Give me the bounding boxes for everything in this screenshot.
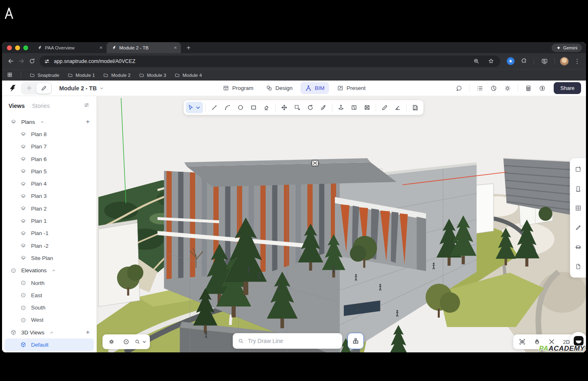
add-plan-button[interactable]: + [86, 118, 90, 126]
section-elevations[interactable]: Elevations [2, 264, 96, 277]
chevron-up-icon[interactable] [49, 330, 54, 335]
reload-button[interactable] [27, 56, 36, 67]
layers-icon [20, 143, 27, 150]
split-tool-button[interactable] [348, 102, 360, 113]
command-search[interactable] [233, 333, 342, 349]
tab-close-icon[interactable]: × [174, 45, 177, 51]
site-settings-icon[interactable] [44, 58, 50, 65]
angle-tool-button[interactable] [392, 102, 404, 113]
chevron-up-icon[interactable] [40, 119, 45, 125]
view-item-siteplan[interactable]: Site Plan [2, 252, 96, 264]
view-item-plan4[interactable]: Plan 4 [2, 177, 96, 190]
view-item-default[interactable]: Default [4, 338, 94, 351]
bookmark-module4[interactable]: Module 4 [174, 72, 202, 78]
tab-design[interactable]: Design [261, 82, 297, 94]
views-filter-icon[interactable] [83, 102, 90, 110]
command-search-input[interactable] [248, 338, 337, 344]
view-item-plan6[interactable]: Plan 6 [2, 153, 96, 165]
screenshot-button[interactable] [516, 336, 529, 347]
profile-avatar[interactable] [560, 57, 569, 66]
doors-button[interactable] [573, 184, 584, 194]
browser-tab-module2[interactable]: Module 2 - TB × [107, 42, 181, 53]
bookmark-module2[interactable]: Module 2 [103, 72, 130, 78]
browser-menu-icon[interactable]: ⋮ [572, 58, 582, 65]
daylight-button[interactable] [502, 83, 513, 94]
tab-present[interactable]: Present [332, 82, 370, 94]
zoom-page-icon[interactable] [471, 56, 481, 67]
view-item-plan-neg1[interactable]: Plan -1 [2, 227, 96, 240]
subtract-tool-button[interactable] [361, 102, 373, 113]
scene-settings-button[interactable] [105, 336, 118, 347]
sidebar-tab-views[interactable]: Views [9, 103, 24, 109]
sidebar-tab-stories[interactable]: Stories [32, 103, 50, 109]
chevron-up-icon[interactable] [51, 268, 56, 273]
view-item-east[interactable]: East [2, 289, 96, 301]
arc-tool-button[interactable] [221, 102, 234, 113]
tab-close-icon[interactable]: × [99, 45, 102, 51]
quantities-button[interactable] [523, 83, 534, 94]
ai-sparkle-button[interactable] [22, 83, 36, 94]
array-tool-button[interactable] [317, 102, 330, 113]
file-name-menu[interactable]: Module 2 - TB [59, 85, 105, 92]
section-plans[interactable]: Plans + [2, 116, 96, 128]
move-tool-button[interactable] [278, 102, 290, 113]
view-item-plan7[interactable]: Plan 7 [2, 141, 96, 153]
tab-bim[interactable]: BIM [301, 82, 329, 94]
sheets-button[interactable] [573, 261, 584, 272]
copy-tool-button[interactable] [291, 102, 303, 113]
windows-button[interactable] [573, 203, 584, 213]
bookmark-snaptrude[interactable]: Snaptrude [29, 72, 59, 78]
minimize-window-button[interactable] [15, 45, 20, 50]
bookmark-module3[interactable]: Module 3 [139, 72, 166, 78]
screen-share-search-icon[interactable] [539, 56, 550, 67]
view-item-plan3[interactable]: Plan 3 [2, 190, 96, 202]
active-extension-icon[interactable] [507, 57, 514, 65]
storey-tool-button[interactable] [409, 102, 421, 113]
forward-button[interactable] [17, 56, 26, 67]
bookmark-star-icon[interactable] [486, 56, 496, 67]
view-item-south[interactable]: South [2, 301, 96, 314]
browser-tab-paa-overview[interactable]: PAA Overview × [32, 42, 107, 53]
cost-button[interactable] [537, 83, 548, 94]
staircase-button[interactable] [573, 222, 584, 233]
materials-button[interactable] [573, 164, 584, 175]
eraser-tool-button[interactable] [261, 102, 273, 113]
zoom-tools-button[interactable] [134, 336, 147, 347]
tab-program[interactable]: Program [218, 82, 258, 94]
view-item-plan-neg2[interactable]: Plan -2 [2, 240, 96, 252]
gemini-button[interactable]: Gemini [552, 44, 582, 52]
rotate-tool-button[interactable] [304, 102, 316, 113]
select-tool-button[interactable] [186, 102, 203, 113]
section-3d-views[interactable]: 3D Views + [2, 326, 96, 338]
address-bar[interactable]: app.snaptrude.com/model/A0VCEZ [40, 56, 500, 67]
history-button[interactable] [488, 83, 499, 94]
view-item-plan5[interactable]: Plan 5 [2, 165, 96, 177]
close-window-button[interactable] [7, 45, 12, 50]
3d-viewport-scene[interactable] [97, 96, 586, 352]
draw-mode-button[interactable] [36, 83, 51, 94]
view-item-north[interactable]: North [2, 277, 96, 289]
rectangle-tool-button[interactable] [247, 102, 260, 113]
view-item-west[interactable]: West [2, 314, 96, 326]
view-item-plan2[interactable]: Plan 2 [2, 202, 96, 215]
view-item-plan1[interactable]: Plan 1 [2, 215, 96, 227]
furniture-button[interactable] [573, 242, 584, 252]
push-pull-tool-button[interactable] [335, 102, 347, 113]
back-button[interactable] [6, 56, 15, 67]
3d-viewport[interactable]: 2D [97, 96, 586, 352]
comments-button[interactable] [453, 83, 465, 94]
maximize-window-button[interactable] [23, 45, 28, 50]
measure-tool-button[interactable] [379, 102, 391, 113]
view-item-plan8[interactable]: Plan 8 [2, 128, 96, 140]
outliner-button[interactable] [474, 83, 486, 94]
extensions-puzzle-icon[interactable] [518, 56, 529, 67]
bookmark-module1[interactable]: Module 1 [67, 72, 95, 78]
walkthrough-button[interactable] [347, 333, 364, 349]
add-3d-view-button[interactable]: + [86, 328, 90, 336]
circle-tool-button[interactable] [234, 102, 247, 113]
visibility-button[interactable] [120, 336, 133, 347]
new-tab-button[interactable]: + [181, 44, 196, 52]
share-button[interactable]: Share [554, 82, 581, 94]
line-tool-button[interactable] [208, 102, 220, 113]
apps-grid-icon[interactable] [7, 72, 13, 78]
